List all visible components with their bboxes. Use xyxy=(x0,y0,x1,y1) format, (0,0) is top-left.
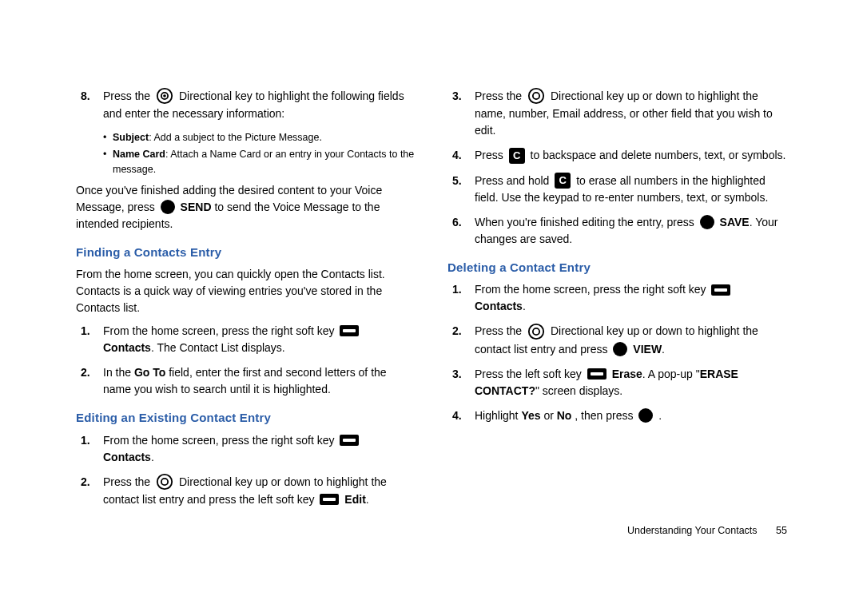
ok-key-icon xyxy=(161,200,175,214)
contacts-label: Contacts xyxy=(103,341,151,354)
step-number: 5. xyxy=(452,173,462,189)
directional-key-icon xyxy=(156,87,173,105)
deleting-step-3: 3. Press the left soft key Erase. A pop-… xyxy=(447,366,787,399)
soft-key-icon xyxy=(340,325,359,336)
soft-key-icon xyxy=(711,284,730,296)
finding-step-1: 1. From the home screen, press the right… xyxy=(76,323,416,356)
step-number: 1. xyxy=(81,323,90,340)
step-number: 1. xyxy=(452,281,462,298)
text: . xyxy=(523,300,526,312)
finding-step-2: 2. In the Go To field, enter the first a… xyxy=(76,364,416,398)
deleting-step-4: 4. Highlight Yes or No , then press . xyxy=(447,407,787,424)
c-key-icon: C xyxy=(509,148,525,164)
text: Highlight xyxy=(475,409,521,422)
step-number: 1. xyxy=(81,432,90,449)
step-number: 4. xyxy=(452,407,462,424)
text: From the home screen, press the right so… xyxy=(103,324,337,337)
yes-label: Yes xyxy=(521,409,540,422)
svg-point-8 xyxy=(533,328,539,335)
step-number: 2. xyxy=(81,364,90,381)
text: . xyxy=(366,493,369,506)
edit-label: Edit xyxy=(344,493,365,506)
directional-key-icon xyxy=(527,323,545,340)
page: 8. Press the Directional key to highligh… xyxy=(0,0,863,616)
text: . xyxy=(151,451,154,463)
page-number: 55 xyxy=(776,525,787,536)
text: or xyxy=(543,409,556,422)
step-number: 8. xyxy=(81,88,90,105)
editing-step-1: 1. From the home screen, press the right… xyxy=(76,432,416,466)
text: From the home screen, press the right so… xyxy=(475,283,709,296)
text: Press xyxy=(475,149,507,161)
step-number: 3. xyxy=(452,366,462,383)
editing-step-6: 6. When you're finished editing the entr… xyxy=(447,214,787,248)
svg-point-7 xyxy=(529,324,543,339)
heading-editing: Editing an Existing Contact Entry xyxy=(76,409,416,427)
no-label: No xyxy=(557,409,572,422)
bullet-name-card: Name Card: Attach a Name Card or an entr… xyxy=(103,147,416,177)
step-8: 8. Press the Directional key to highligh… xyxy=(76,88,416,122)
erase-label: Erase xyxy=(612,368,642,380)
after-bullets: Once you've finished adding the desired … xyxy=(76,182,416,232)
step-number: 2. xyxy=(81,474,90,491)
text: Press the xyxy=(103,89,153,102)
step-number: 4. xyxy=(452,147,462,164)
text: . xyxy=(658,409,662,422)
text: Press the xyxy=(475,324,525,337)
text: : Add a subject to the Picture Message. xyxy=(149,132,322,143)
directional-key-icon xyxy=(527,87,545,105)
text: " screen displays. xyxy=(535,384,622,397)
label: Subject xyxy=(113,132,149,143)
left-column: 8. Press the Directional key to highligh… xyxy=(76,88,416,584)
ok-key-icon xyxy=(700,215,714,229)
directional-key-icon xyxy=(156,473,173,491)
view-label: VIEW xyxy=(633,343,662,356)
svg-point-2 xyxy=(163,94,166,97)
bullet-subject: Subject: Add a subject to the Picture Me… xyxy=(103,130,416,145)
text: , then press xyxy=(575,409,636,422)
editing-step-4: 4. Press C to backspace and delete numbe… xyxy=(447,147,787,164)
soft-key-icon xyxy=(320,494,339,505)
right-column: 3. Press the Directional key up or down … xyxy=(447,88,787,584)
ok-key-icon xyxy=(613,342,627,356)
contacts-label: Contacts xyxy=(475,300,523,312)
svg-point-3 xyxy=(157,475,172,489)
contacts-label: Contacts xyxy=(103,451,151,463)
soft-key-icon xyxy=(587,368,606,380)
svg-point-5 xyxy=(529,89,543,103)
step-number: 6. xyxy=(452,214,462,231)
text: . The Contact List displays. xyxy=(151,341,285,354)
text: Press the left soft key xyxy=(475,368,585,380)
deleting-step-2: 2. Press the Directional key up or down … xyxy=(447,323,787,357)
c-key-icon: C xyxy=(555,173,571,189)
text: Press the xyxy=(103,475,153,488)
editing-step-2: 2. Press the Directional key up or down … xyxy=(76,474,416,508)
finding-intro: From the home screen, you can quickly op… xyxy=(76,266,416,316)
label: Name Card xyxy=(113,149,165,160)
heading-finding: Finding a Contacts Entry xyxy=(76,244,416,262)
section-title: Understanding Your Contacts xyxy=(627,525,758,536)
text: When you're finished editing the entry, … xyxy=(475,216,698,229)
soft-key-icon xyxy=(340,435,359,446)
text: Press the xyxy=(475,89,525,102)
text: . xyxy=(662,343,665,356)
save-label: SAVE xyxy=(720,216,750,229)
goto-label: Go To xyxy=(134,366,165,379)
page-footer: Understanding Your Contacts 55 xyxy=(627,525,787,536)
step-number: 2. xyxy=(452,323,462,340)
deleting-step-1: 1. From the home screen, press the right… xyxy=(447,281,787,315)
step-number: 3. xyxy=(452,88,462,105)
text: Press and hold xyxy=(475,174,552,187)
text: . A pop-up " xyxy=(642,368,700,380)
text: to backspace and delete numbers, text, o… xyxy=(531,149,786,161)
editing-step-3: 3. Press the Directional key up or down … xyxy=(447,88,787,139)
text: From the home screen, press the right so… xyxy=(103,434,337,447)
editing-step-5: 5. Press and hold C to erase all numbers… xyxy=(447,173,787,206)
text: In the xyxy=(103,366,134,379)
send-label: SEND xyxy=(181,201,212,213)
svg-point-4 xyxy=(161,479,168,485)
svg-point-6 xyxy=(533,93,539,99)
heading-deleting: Deleting a Contact Entry xyxy=(447,259,787,277)
bullet-list: Subject: Add a subject to the Picture Me… xyxy=(103,130,416,177)
ok-key-icon xyxy=(638,408,653,423)
